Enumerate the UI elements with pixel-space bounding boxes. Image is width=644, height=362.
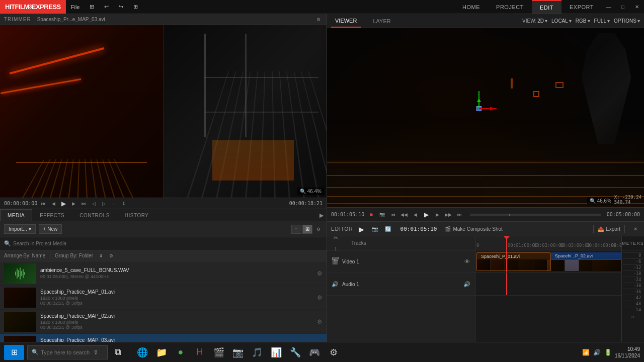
ruler-playhead	[506, 236, 507, 250]
trimmer-play-out[interactable]: ⏭	[79, 200, 88, 208]
viewer-full-option[interactable]: FULL ▾	[594, 18, 610, 24]
start-icon: ⊞	[11, 347, 18, 357]
trimmer-overwrite[interactable]: ↧	[120, 200, 128, 208]
menu-grid[interactable]: ⊞	[85, 0, 99, 14]
editor-snap-btn[interactable]: 📷	[370, 225, 379, 234]
viewer-scrubber[interactable]	[470, 214, 601, 216]
clip-thumb	[579, 260, 593, 271]
viewer-next-frame[interactable]: ▶▶	[444, 210, 453, 219]
viewer-prev[interactable]: ⏮	[388, 210, 397, 219]
meter-mark-42: -42	[623, 295, 643, 301]
audio-track-mute[interactable]: 🔊	[463, 280, 471, 288]
file-settings-btn[interactable]: ⚙	[317, 318, 323, 325]
menu-apps[interactable]: ⊞	[128, 0, 143, 14]
tray-battery-icon[interactable]: 🔋	[604, 348, 613, 357]
trimmer-video-left	[0, 25, 164, 198]
top-nav: HITFILM3EXPRESS File ⊞ ↩ ↪ ⊞ HOME PROJEC…	[0, 0, 644, 14]
trimmer-mark-out[interactable]: ▷	[100, 200, 108, 208]
taskbar-edge-icon[interactable]: 🌐	[133, 343, 151, 361]
editor-play-btn[interactable]: ▶	[357, 225, 366, 234]
viewer-rgb-option[interactable]: RGB ▾	[576, 18, 590, 24]
nav-tabs: HOME PROJECT EDIT EXPORT — □ ✕	[454, 0, 644, 14]
menu-redo[interactable]: ↪	[114, 0, 128, 14]
viewer-options-btn[interactable]: OPTIONS ▾	[614, 18, 640, 24]
media-settings-btn[interactable]: ⚙	[314, 225, 323, 233]
nav-export[interactable]: EXPORT	[561, 0, 602, 14]
panel-tabs-more[interactable]: ▶	[316, 209, 327, 221]
taskbar-media-icon[interactable]: 🎬	[210, 343, 228, 361]
taskbar-app4-icon[interactable]: 📊	[267, 343, 285, 361]
tab-media[interactable]: MEDIA	[0, 209, 32, 221]
trimmer-insert[interactable]: ↓	[110, 200, 118, 208]
tab-effects[interactable]: EFFECTS	[32, 209, 72, 221]
list-item[interactable]: Spaceship_Practice_MAP_02.avi 1920 x 108…	[0, 310, 327, 334]
trimmer-play[interactable]: ▶	[59, 200, 67, 208]
arrange-sort-btn[interactable]: ⬇	[97, 252, 105, 260]
trimmer-settings[interactable]: ⚙	[314, 16, 323, 24]
taskbar-app7-icon[interactable]: ⚙	[325, 343, 343, 361]
taskbar-app6-icon[interactable]: 🎮	[305, 343, 324, 361]
search-input[interactable]	[13, 241, 323, 246]
menu-file[interactable]: File	[66, 0, 85, 14]
viewer-snapshot[interactable]: 📷	[377, 210, 386, 219]
start-button[interactable]: ⊞	[4, 345, 24, 360]
win-maximize[interactable]: □	[616, 0, 630, 14]
taskbar-app3-icon[interactable]: 🎵	[248, 343, 266, 361]
tray-sound-icon[interactable]: 🔊	[593, 348, 602, 357]
taskbar-hitfilm-icon[interactable]: H	[191, 343, 209, 361]
new-button[interactable]: + New	[39, 224, 62, 234]
app-logo: HITFILM3EXPRESS	[0, 0, 66, 14]
trimmer-next-frame[interactable]: ▶	[69, 200, 77, 208]
trimmer-mark-in[interactable]: ◁	[90, 200, 98, 208]
tab-history[interactable]: HISTORY	[117, 209, 156, 221]
nav-project[interactable]: PROJECT	[488, 0, 532, 14]
list-item[interactable]: ambience_5_cave_FULL_BONUS.WAV 00:01:06.…	[0, 261, 327, 286]
menu-undo[interactable]: ↩	[99, 0, 114, 14]
nav-home[interactable]: HOME	[454, 0, 488, 14]
grid-view-btn[interactable]: ⊞	[302, 225, 312, 234]
nav-edit[interactable]: EDIT	[532, 0, 561, 14]
video-clip-selected[interactable]: Spacehi...P_02.avi	[551, 252, 621, 271]
list-view-btn[interactable]: ≡	[291, 225, 301, 234]
options-value: OPTIONS	[614, 18, 636, 24]
taskbar-app2-icon[interactable]: 📷	[229, 343, 247, 361]
tray-network-icon[interactable]: 📶	[582, 348, 591, 357]
editor-export-btn[interactable]: 📤 Export	[593, 225, 625, 233]
zoom-icon: 🔍	[300, 189, 306, 194]
win-minimize[interactable]: —	[602, 0, 616, 14]
viewer-step-fwd[interactable]: ▶	[433, 210, 442, 219]
import-button[interactable]: Import... ▾	[4, 224, 36, 234]
list-item[interactable]: Spaceship_Practice_MAP_01.avi 1920 x 108…	[0, 286, 327, 310]
trimmer-play-in[interactable]: ⏮	[39, 200, 47, 208]
blade-tool[interactable]: ✂	[331, 236, 340, 243]
taskbar-explorer-icon[interactable]: 📁	[152, 343, 171, 361]
viewer-step-back[interactable]: ◀	[411, 210, 420, 219]
arrange-options-btn[interactable]: ⚙	[107, 252, 115, 260]
make-composite-btn[interactable]: 🎬 Make Composite Shot	[445, 226, 502, 232]
editor-close-btn[interactable]: ✕	[631, 225, 640, 234]
video-clip[interactable]: Spaceshi_P_01.avi	[476, 252, 551, 271]
trimmer-prev-frame[interactable]: ◀	[49, 200, 57, 208]
editor-loop-btn[interactable]: 🔄	[383, 225, 392, 234]
tab-controls[interactable]: CONTROLS	[72, 209, 117, 221]
viewer-view-option[interactable]: VIEW: 2D ▾	[522, 18, 547, 24]
meters-title: METERS	[622, 241, 644, 246]
system-clock[interactable]: 10:49 16/11/2024	[615, 346, 640, 359]
win-close[interactable]: ✕	[630, 0, 644, 14]
file-settings-btn[interactable]: ⚙	[317, 270, 323, 277]
taskbar-search-input[interactable]	[41, 349, 91, 355]
viewer-next[interactable]: ⏭	[455, 210, 464, 219]
viewer-record[interactable]: ⏺	[366, 210, 375, 219]
viewer-tab-viewer[interactable]: VIEWER	[331, 14, 361, 28]
video-track-mute[interactable]: 👁	[463, 257, 471, 265]
viewer-play-pause[interactable]: ▶	[422, 210, 431, 219]
viewer-prev-frame[interactable]: ◀◀	[399, 210, 409, 219]
task-view-btn[interactable]: ⧉	[109, 343, 127, 361]
file-settings-btn[interactable]: ⚙	[317, 294, 323, 301]
rgb-dropdown-icon: ▾	[588, 18, 590, 24]
taskbar-chrome-icon[interactable]: ●	[172, 343, 190, 361]
viewer-local-option[interactable]: LOCAL ▾	[551, 18, 572, 24]
viewer-tab-layer[interactable]: LAYER	[369, 14, 394, 28]
taskbar-search[interactable]: 🔍 🎙	[27, 345, 108, 359]
taskbar-app5-icon[interactable]: 🔧	[286, 343, 304, 361]
